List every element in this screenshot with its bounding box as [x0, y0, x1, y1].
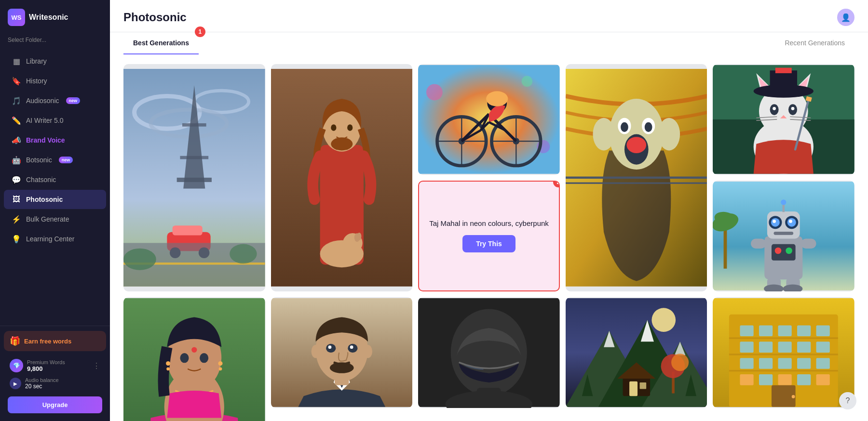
sidebar-item-label: Chatsonic	[26, 176, 56, 184]
try-this-badge: 2	[553, 181, 560, 187]
svg-point-92	[773, 220, 776, 223]
library-icon: ▦	[12, 56, 21, 66]
sidebar-item-library[interactable]: ▦ Library	[4, 52, 106, 71]
select-folder[interactable]: Select Folder...	[0, 35, 110, 49]
gallery-item[interactable]	[418, 297, 560, 408]
svg-point-108	[166, 361, 170, 366]
svg-point-124	[350, 345, 353, 349]
bulk-generate-icon: ⚡	[12, 214, 21, 224]
sidebar-item-bulk-generate[interactable]: ⚡ Bulk Generate	[4, 210, 106, 229]
svg-rect-150	[740, 325, 754, 336]
svg-rect-99	[751, 238, 766, 248]
audio-balance-info: ▶ Audio balance 20 sec	[4, 375, 106, 394]
svg-rect-157	[778, 342, 792, 353]
svg-point-126	[364, 345, 372, 358]
svg-rect-76	[770, 70, 797, 92]
gallery-item[interactable]	[566, 64, 707, 291]
gallery-item[interactable]	[418, 64, 560, 175]
try-this-button[interactable]: Try This	[462, 235, 515, 252]
gallery-item[interactable]	[123, 297, 265, 421]
page-title: Photosonic	[123, 11, 187, 30]
svg-point-171	[792, 395, 795, 398]
tabs-row: Best Generations 1 Recent Generations	[110, 32, 868, 54]
svg-rect-154	[816, 325, 830, 336]
words-count: 9,800	[27, 365, 89, 372]
svg-point-111	[219, 367, 222, 370]
sidebar-item-learning-center[interactable]: 💡 Learning Center	[4, 229, 106, 249]
svg-rect-9	[173, 225, 203, 235]
audio-details: Audio balance 20 sec	[25, 377, 59, 390]
tab-best-generations[interactable]: Best Generations 1	[123, 32, 199, 54]
sidebar-item-label: Botsonic	[26, 156, 52, 164]
sidebar-nav: ▦ Library 🔖 History 🎵 Audiosonic new ✏️ …	[0, 49, 110, 326]
svg-point-93	[789, 220, 792, 223]
svg-point-128	[451, 309, 527, 396]
sidebar-item-photosonic[interactable]: 🖼 Photosonic	[4, 190, 106, 209]
sidebar: WS Writesonic Select Folder... ▦ Library…	[0, 0, 110, 421]
new-badge: new	[59, 157, 73, 163]
tab-recent-generations[interactable]: Recent Generations	[775, 32, 854, 54]
svg-point-25	[357, 233, 361, 240]
svg-rect-81	[724, 225, 727, 268]
sidebar-item-label: History	[26, 77, 47, 85]
svg-point-21	[331, 137, 353, 150]
svg-rect-5	[182, 123, 206, 127]
sidebar-item-botsonic[interactable]: 🤖 Botsonic new	[4, 150, 106, 170]
words-menu-icon[interactable]: ⋮	[93, 361, 100, 370]
svg-rect-169	[816, 374, 830, 385]
logo[interactable]: WS Writesonic	[0, 0, 110, 35]
sidebar-item-audiosonic[interactable]: 🎵 Audiosonic new	[4, 91, 106, 110]
svg-rect-158	[797, 342, 811, 353]
logo-icon: WS	[8, 9, 25, 26]
learning-center-icon: 💡	[12, 234, 21, 244]
svg-rect-162	[778, 358, 792, 369]
svg-rect-142	[639, 382, 646, 389]
svg-rect-77	[775, 68, 792, 73]
svg-rect-161	[759, 358, 773, 369]
gallery-container: Taj Mahal in neon colours, cyberpunk Try…	[110, 54, 868, 421]
upgrade-button[interactable]: Upgrade	[8, 396, 102, 413]
earn-free-words-button[interactable]: 🎁 Earn free words	[4, 331, 106, 351]
sidebar-item-brand-voice[interactable]: 📣 Brand Voice	[4, 131, 106, 150]
svg-point-14	[123, 249, 156, 270]
svg-rect-141	[629, 381, 637, 395]
gallery-item[interactable]	[713, 297, 854, 408]
user-avatar[interactable]: 👤	[837, 9, 854, 26]
svg-point-68	[773, 107, 776, 110]
sidebar-bottom: 🎁 Earn free words 💎 Premium Words 9,800 …	[0, 326, 110, 421]
gallery-item[interactable]	[566, 297, 707, 408]
svg-point-51	[645, 122, 652, 132]
try-this-text: Taj Mahal in neon colours, cyberpunk	[429, 219, 549, 227]
sidebar-item-label: Brand Voice	[26, 136, 65, 144]
svg-rect-6	[180, 156, 208, 159]
premium-words-info: 💎 Premium Words 9,800 ⋮	[4, 356, 106, 375]
svg-rect-164	[816, 358, 830, 369]
gallery-item[interactable]	[713, 181, 854, 291]
logo-text: Writesonic	[29, 13, 68, 22]
gallery-item[interactable]	[271, 64, 413, 291]
gallery-item[interactable]	[271, 297, 413, 408]
sidebar-item-ai-writer[interactable]: ✏️ AI Writer 5.0	[4, 111, 106, 130]
audiosonic-icon: 🎵	[12, 96, 21, 105]
gift-icon: 🎁	[10, 336, 20, 346]
svg-point-102	[775, 247, 782, 254]
svg-rect-166	[759, 374, 773, 385]
svg-point-54	[593, 118, 614, 151]
svg-point-55	[658, 118, 680, 151]
sidebar-item-label: Bulk Generate	[26, 215, 69, 223]
help-button[interactable]: ?	[839, 392, 856, 409]
sidebar-item-chatsonic[interactable]: 💬 Chatsonic	[4, 170, 106, 189]
svg-rect-94	[774, 232, 794, 235]
svg-point-50	[621, 122, 628, 132]
svg-rect-7	[177, 178, 212, 182]
words-avatar: 💎	[10, 359, 23, 372]
gallery-item[interactable]	[713, 64, 854, 175]
svg-rect-167	[778, 374, 792, 385]
brand-voice-icon: 📣	[12, 135, 21, 145]
svg-point-103	[786, 247, 793, 254]
sidebar-item-history[interactable]: 🔖 History	[4, 71, 106, 91]
history-icon: 🔖	[12, 76, 21, 86]
gallery-grid: Taj Mahal in neon colours, cyberpunk Try…	[123, 64, 854, 421]
gallery-item[interactable]	[123, 64, 265, 291]
svg-point-28	[522, 76, 533, 87]
